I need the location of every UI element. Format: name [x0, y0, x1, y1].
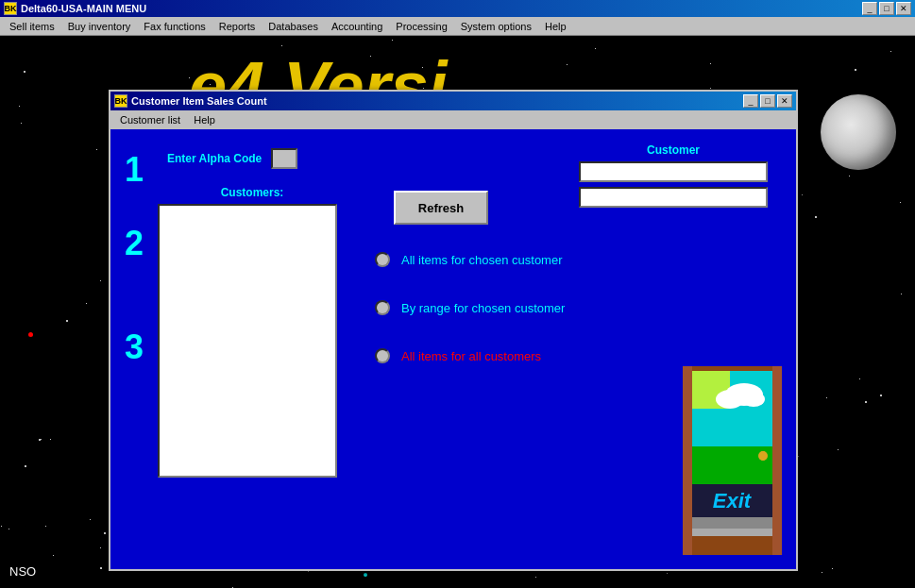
svg-rect-14 [683, 366, 692, 555]
dialog-window: BK Customer Item Sales Count _ □ ✕ Custo… [109, 90, 798, 571]
step3-number: 3 [125, 328, 144, 367]
refresh-button[interactable]: Refresh [394, 191, 488, 225]
radio-all-items-all[interactable] [375, 348, 390, 363]
dialog-titlebar-left: BK Customer Item Sales Count [114, 94, 267, 108]
radio-by-range[interactable] [375, 300, 390, 315]
dialog-title-icon: BK [114, 94, 127, 108]
customer-field1[interactable] [579, 161, 768, 182]
dialog-title-text: Customer Item Sales Count [131, 95, 267, 107]
menu-fax-functions[interactable]: Fax functions [138, 19, 211, 34]
dialog-menu-bar: Customer list Help [110, 110, 796, 129]
dialog-menu-help[interactable]: Help [188, 112, 221, 127]
dialog-close-btn[interactable]: ✕ [777, 94, 792, 108]
option-row-2: By range for chosen customer [375, 300, 753, 315]
option-text-3: All items for all customers [401, 349, 541, 363]
main-minimize-btn[interactable]: _ [862, 2, 877, 15]
customer-label: Customer [579, 143, 768, 157]
main-titlebar: BK Delta60-USA-MAIN MENU _ □ ✕ [0, 0, 915, 17]
svg-rect-11 [760, 451, 766, 461]
menu-accounting[interactable]: Accounting [326, 19, 388, 34]
svg-rect-13 [687, 529, 777, 536]
customer-field2[interactable] [579, 187, 768, 208]
svg-rect-12 [687, 517, 777, 529]
customers-area: Customers: [158, 186, 347, 478]
step1-number: 1 [125, 150, 144, 190]
alpha-code-input[interactable] [271, 148, 297, 169]
main-win-controls: _ □ ✕ [862, 2, 911, 15]
dialog-titlebar: BK Customer Item Sales Count _ □ ✕ [110, 92, 796, 110]
main-title-text: Delta60-USA-MAIN MENU [21, 3, 146, 14]
svg-point-6 [742, 392, 765, 407]
menu-buy-inventory[interactable]: Buy inventory [62, 19, 137, 34]
menu-reports[interactable]: Reports [213, 19, 262, 34]
option-text-1: All items for chosen customer [401, 253, 563, 267]
main-title-icon: BK [4, 2, 17, 15]
step2-number: 2 [125, 224, 144, 263]
svg-point-5 [716, 390, 744, 409]
svg-rect-15 [772, 366, 782, 555]
radio-all-items-chosen[interactable] [375, 252, 390, 267]
option-text-2: By range for chosen customer [401, 301, 565, 315]
dialog-win-controls: _ □ ✕ [743, 94, 792, 108]
main-menu-bar: Sell items Buy inventory Fax functions R… [0, 17, 915, 36]
menu-help[interactable]: Help [539, 19, 572, 34]
main-close-btn[interactable]: ✕ [896, 2, 911, 15]
alpha-code-area: Enter Alpha Code [167, 148, 297, 169]
menu-processing[interactable]: Processing [390, 19, 452, 34]
menu-databases[interactable]: Databases [263, 19, 324, 34]
dialog-content: 1 Enter Alpha Code Customer 2 Customers:… [110, 129, 796, 569]
menu-system-options[interactable]: System options [455, 19, 537, 34]
exit-door[interactable]: Exit [678, 361, 787, 560]
menu-sell-items[interactable]: Sell items [4, 19, 60, 34]
customer-section: Customer [579, 143, 768, 212]
main-maximize-btn[interactable]: □ [879, 2, 894, 15]
dialog-minimize-btn[interactable]: _ [743, 94, 758, 108]
dialog-menu-customer-list[interactable]: Customer list [114, 112, 186, 127]
svg-text:Exit: Exit [713, 489, 753, 512]
customers-label: Customers: [158, 186, 347, 199]
customers-listbox[interactable] [158, 204, 337, 478]
dialog-maximize-btn[interactable]: □ [760, 94, 775, 108]
alpha-code-label: Enter Alpha Code [167, 152, 262, 165]
main-titlebar-left: BK Delta60-USA-MAIN MENU [4, 2, 146, 15]
exit-door-svg: Exit [678, 361, 787, 560]
option-row-1: All items for chosen customer [375, 252, 753, 267]
